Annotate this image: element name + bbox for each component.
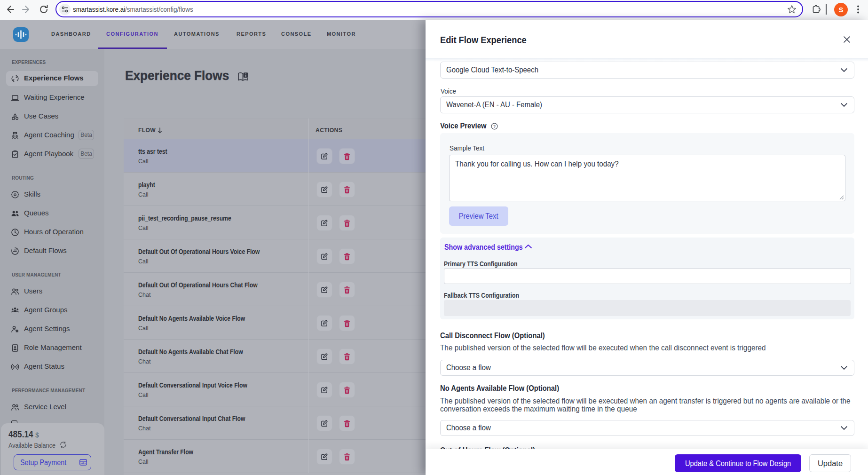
svg-text:?: ? [493, 124, 496, 129]
